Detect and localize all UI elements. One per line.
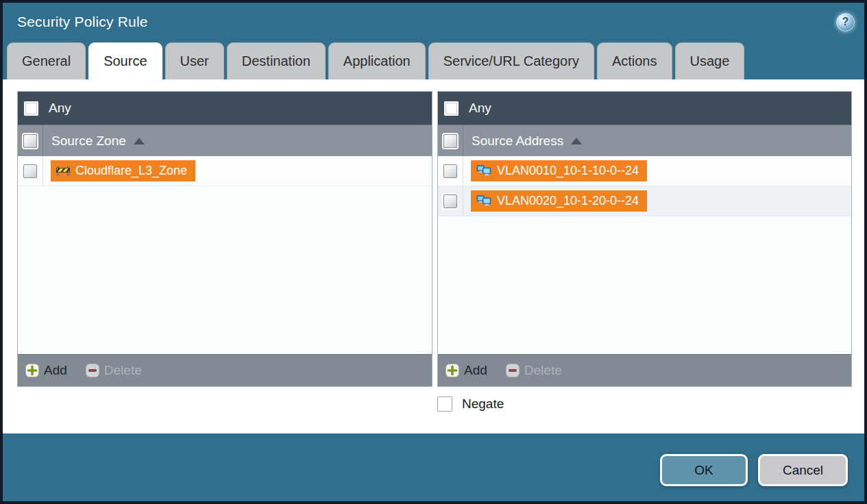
negate-label: Negate <box>462 396 504 412</box>
source-address-table-body: VLAN0010_10-1-10-0--24 <box>438 156 851 354</box>
table-row[interactable]: Cloudflare_L3_Zone <box>18 156 432 186</box>
security-policy-rule-dialog: Security Policy Rule ? General Source Us… <box>0 0 867 504</box>
source-zone-column-header[interactable]: Source Zone <box>43 125 145 156</box>
dialog-title: Security Policy Rule <box>17 14 148 30</box>
add-icon <box>25 364 39 377</box>
add-button-label: Add <box>464 363 487 378</box>
zone-chip-label: Cloudflare_L3_Zone <box>75 164 187 178</box>
source-zone-any-label: Any <box>49 101 71 116</box>
source-address-panel: Any Source Address <box>437 91 852 387</box>
tab-actions[interactable]: Actions <box>597 42 672 79</box>
add-button[interactable]: Add <box>25 363 67 378</box>
source-address-any-bar: Any <box>438 92 851 125</box>
delete-icon <box>86 364 99 377</box>
row-checkbox-cell <box>18 156 43 186</box>
address-chip-label: VLAN0020_10-1-20-0--24 <box>497 194 639 208</box>
negate-checkbox[interactable] <box>437 396 452 412</box>
tab-bar: General Source User Destination Applicat… <box>7 42 744 79</box>
source-address-any-checkbox[interactable] <box>444 101 459 116</box>
address-chip-label: VLAN0010_10-1-10-0--24 <box>497 164 639 178</box>
table-row[interactable]: VLAN0020_10-1-20-0--24 <box>438 186 851 216</box>
delete-icon <box>506 364 520 377</box>
source-address-select-all-checkbox[interactable] <box>443 134 457 148</box>
tab-destination[interactable]: Destination <box>227 42 326 79</box>
source-address-column-header-label: Source Address <box>472 134 563 149</box>
dialog-buttons: OK Cancel <box>660 454 848 486</box>
source-address-column-header[interactable]: Source Address <box>463 125 582 156</box>
source-address-column-header-row: Source Address <box>438 125 851 156</box>
cancel-button[interactable]: Cancel <box>758 454 848 486</box>
source-tab-content: Any Source Zone <box>3 79 864 433</box>
source-panels: Any Source Zone <box>17 91 852 387</box>
address-icon <box>476 165 491 177</box>
sort-ascending-icon <box>134 138 145 144</box>
tab-general[interactable]: General <box>7 42 86 79</box>
row-checkbox[interactable] <box>23 164 37 178</box>
row-checkbox-cell <box>438 186 463 216</box>
tab-source[interactable]: Source <box>88 42 162 79</box>
add-icon <box>445 364 459 377</box>
negate-row: Negate <box>437 396 852 412</box>
source-zone-toolbar: Add Delete <box>18 354 432 386</box>
zone-icon <box>56 166 70 176</box>
source-zone-any-bar: Any <box>18 92 432 125</box>
address-chip[interactable]: VLAN0010_10-1-10-0--24 <box>471 160 647 181</box>
zone-chip[interactable]: Cloudflare_L3_Zone <box>51 160 195 181</box>
add-button[interactable]: Add <box>445 363 487 378</box>
tab-usage[interactable]: Usage <box>675 42 745 79</box>
source-zone-column-header-label: Source Zone <box>51 134 126 149</box>
source-zone-any-checkbox[interactable] <box>24 101 38 116</box>
dialog-titlebar: Security Policy Rule ? <box>3 3 864 41</box>
row-checkbox[interactable] <box>443 194 457 208</box>
table-row[interactable]: VLAN0010_10-1-10-0--24 <box>438 156 851 186</box>
address-icon <box>476 195 491 207</box>
source-zone-select-all-checkbox[interactable] <box>23 134 37 148</box>
source-address-any-label: Any <box>469 101 491 116</box>
row-checkbox[interactable] <box>443 164 457 178</box>
address-chip[interactable]: VLAN0020_10-1-20-0--24 <box>471 190 647 212</box>
tab-application[interactable]: Application <box>328 42 426 79</box>
delete-button-label: Delete <box>524 363 562 378</box>
add-button-label: Add <box>44 363 67 378</box>
source-zone-header-checkbox-cell <box>18 125 43 156</box>
source-zone-table-body: Cloudflare_L3_Zone <box>18 156 432 354</box>
source-address-toolbar: Add Delete <box>438 354 851 386</box>
delete-button[interactable]: Delete <box>86 363 142 378</box>
tab-user[interactable]: User <box>165 42 224 79</box>
source-zone-panel: Any Source Zone <box>17 91 432 387</box>
row-checkbox-cell <box>438 156 463 186</box>
delete-button-label: Delete <box>104 363 142 378</box>
source-address-header-checkbox-cell <box>438 125 463 156</box>
sort-ascending-icon <box>571 138 582 144</box>
ok-button[interactable]: OK <box>660 454 748 486</box>
tab-service-url-category[interactable]: Service/URL Category <box>428 42 594 79</box>
help-icon[interactable]: ? <box>836 13 855 32</box>
source-zone-column-header-row: Source Zone <box>18 125 432 156</box>
delete-button[interactable]: Delete <box>506 363 562 378</box>
